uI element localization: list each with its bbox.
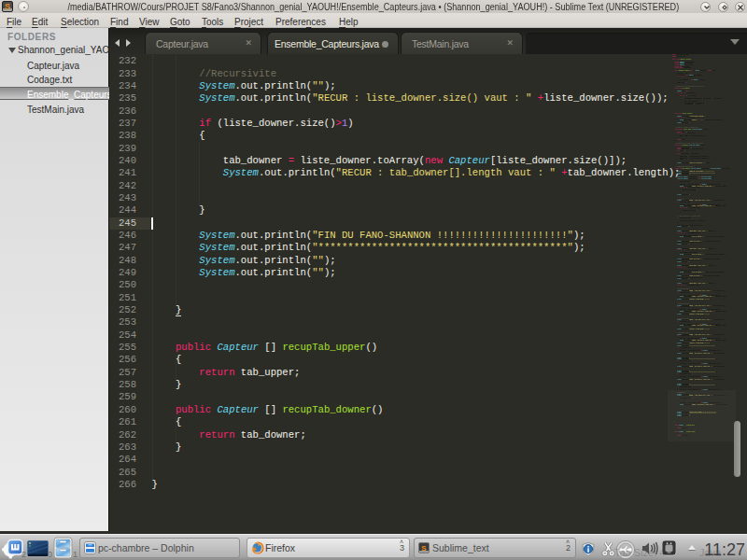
- svg-text:S: S: [421, 544, 427, 553]
